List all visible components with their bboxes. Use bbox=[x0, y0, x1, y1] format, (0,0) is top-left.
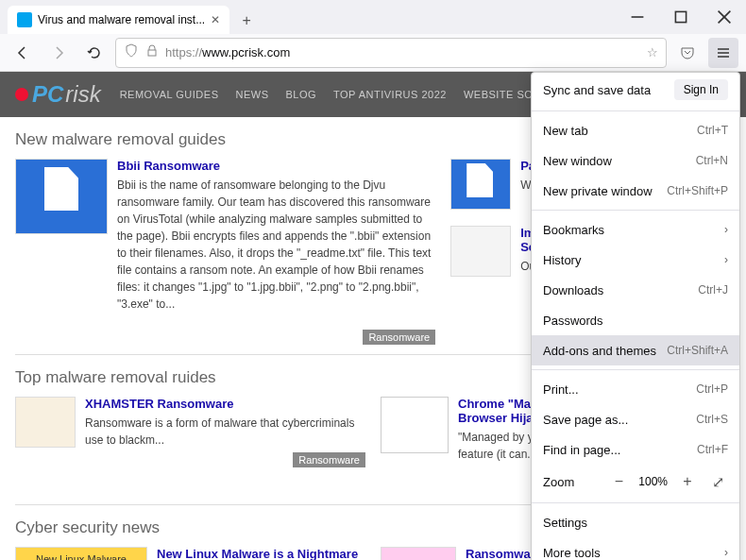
menu-shortcut: Ctrl+P bbox=[696, 382, 728, 396]
menu-label: More tools bbox=[543, 546, 601, 560]
pocket-button[interactable] bbox=[672, 38, 703, 68]
nav-removal-guides[interactable]: REMOVAL GUIDES bbox=[120, 89, 219, 100]
menu-separator bbox=[532, 210, 739, 211]
menu-shortcut: Ctrl+Shift+P bbox=[667, 184, 728, 197]
article-thumbnail bbox=[450, 159, 511, 210]
menu-addons[interactable]: Add-ons and themes Ctrl+Shift+A bbox=[532, 335, 739, 365]
article-thumbnail bbox=[381, 547, 456, 560]
article-tag[interactable]: Ransomware bbox=[293, 452, 365, 467]
menu-label: Add-ons and themes bbox=[543, 344, 656, 358]
menu-more-tools[interactable]: More tools › bbox=[532, 537, 739, 560]
svg-rect-4 bbox=[148, 50, 156, 56]
article-thumbnail bbox=[381, 397, 449, 453]
menu-bookmarks[interactable]: Bookmarks › bbox=[532, 214, 739, 245]
fullscreen-button[interactable]: ⤢ bbox=[707, 471, 728, 492]
menu-shortcut: Ctrl+F bbox=[697, 443, 728, 456]
article-thumbnail bbox=[450, 226, 511, 277]
article-title[interactable]: Bbii Ransomware bbox=[117, 159, 435, 173]
chevron-right-icon: › bbox=[724, 546, 728, 559]
menu-new-tab[interactable]: New tab Ctrl+T bbox=[532, 115, 739, 145]
menu-label: Sync and save data bbox=[543, 83, 651, 97]
article-card[interactable]: New Linux Malware New Linux Malware is a… bbox=[15, 547, 365, 560]
application-menu: Sync and save data Sign In New tab Ctrl+… bbox=[531, 72, 740, 560]
nav-news[interactable]: NEWS bbox=[235, 89, 268, 100]
close-tab-icon[interactable]: ✕ bbox=[211, 13, 220, 26]
article-thumbnail bbox=[15, 397, 76, 448]
menu-shortcut: Ctrl+T bbox=[697, 124, 728, 137]
menu-shortcut: Ctrl+Shift+A bbox=[667, 344, 728, 357]
menu-new-window[interactable]: New window Ctrl+N bbox=[532, 145, 739, 176]
menu-find[interactable]: Find in page... Ctrl+F bbox=[532, 434, 739, 465]
menu-label: Print... bbox=[543, 382, 579, 397]
zoom-in-button[interactable]: + bbox=[677, 471, 698, 492]
signin-button[interactable]: Sign In bbox=[674, 79, 728, 100]
menu-downloads[interactable]: Downloads Ctrl+J bbox=[532, 275, 739, 305]
menu-print[interactable]: Print... Ctrl+P bbox=[532, 374, 739, 404]
url-text: https://www.pcrisk.com bbox=[165, 45, 641, 59]
article-title[interactable]: New Linux Malware is a Nightmare to Dete… bbox=[157, 547, 365, 560]
menu-sync[interactable]: Sync and save data Sign In bbox=[532, 73, 739, 107]
tab-title: Virus and malware removal inst... bbox=[38, 13, 205, 26]
close-window-button[interactable] bbox=[703, 0, 746, 34]
hamburger-menu-button[interactable] bbox=[708, 38, 738, 68]
zoom-out-button[interactable]: − bbox=[608, 471, 629, 492]
article-thumbnail: New Linux Malware bbox=[15, 547, 147, 560]
titlebar: Virus and malware removal inst... ✕ + bbox=[0, 0, 746, 34]
menu-private-window[interactable]: New private window Ctrl+Shift+P bbox=[532, 176, 739, 206]
zoom-value: 100% bbox=[638, 475, 668, 488]
menu-label: Bookmarks bbox=[543, 223, 604, 237]
article-card[interactable]: XHAMSTER Ransomware Ransomware is a form… bbox=[15, 397, 365, 467]
logo-text-risk: risk bbox=[65, 81, 100, 108]
menu-separator bbox=[532, 110, 739, 111]
menu-label: History bbox=[543, 253, 581, 267]
shield-icon bbox=[124, 43, 139, 61]
menu-separator bbox=[532, 502, 739, 503]
menu-separator bbox=[532, 369, 739, 370]
article-tag[interactable]: Ransomware bbox=[363, 330, 435, 345]
menu-shortcut: Ctrl+N bbox=[696, 154, 728, 167]
menu-label: Save page as... bbox=[543, 413, 628, 427]
chevron-right-icon: › bbox=[724, 223, 728, 236]
menu-label: Find in page... bbox=[543, 443, 620, 457]
address-bar[interactable]: https://www.pcrisk.com ☆ bbox=[115, 38, 667, 68]
window-controls bbox=[616, 0, 746, 34]
favicon bbox=[17, 12, 32, 27]
menu-history[interactable]: History › bbox=[532, 245, 739, 275]
menu-label: Settings bbox=[543, 516, 587, 530]
nav-top-antivirus[interactable]: TOP ANTIVIRUS 2022 bbox=[333, 89, 447, 100]
browser-toolbar: https://www.pcrisk.com ☆ bbox=[0, 34, 746, 72]
svg-rect-1 bbox=[675, 11, 686, 22]
chevron-right-icon: › bbox=[724, 253, 728, 266]
menu-label: New private window bbox=[543, 184, 653, 198]
forward-button[interactable] bbox=[43, 38, 74, 68]
maximize-button[interactable] bbox=[659, 0, 703, 34]
article-card[interactable]: Bbii Ransomware Bbii is the name of rans… bbox=[15, 159, 435, 313]
menu-label: Zoom bbox=[543, 475, 574, 489]
lock-icon bbox=[144, 43, 160, 61]
article-thumbnail bbox=[15, 159, 108, 234]
menu-label: Downloads bbox=[543, 283, 603, 297]
logo-text-pc: PC bbox=[32, 81, 63, 108]
nav-blog[interactable]: BLOG bbox=[285, 89, 316, 100]
nav-links: REMOVAL GUIDES NEWS BLOG TOP ANTIVIRUS 2… bbox=[120, 89, 571, 100]
menu-label: New tab bbox=[543, 124, 588, 138]
article-excerpt: Bbii is the name of ransomware belonging… bbox=[117, 177, 435, 313]
reload-button[interactable] bbox=[79, 38, 110, 68]
browser-tab[interactable]: Virus and malware removal inst... ✕ bbox=[8, 6, 229, 34]
menu-zoom: Zoom − 100% + ⤢ bbox=[532, 465, 739, 499]
menu-shortcut: Ctrl+J bbox=[698, 283, 728, 297]
article-title[interactable]: XHAMSTER Ransomware bbox=[85, 397, 365, 411]
menu-settings[interactable]: Settings bbox=[532, 507, 739, 537]
back-button[interactable] bbox=[8, 38, 38, 68]
menu-save-page[interactable]: Save page as... Ctrl+S bbox=[532, 404, 739, 434]
minimize-button[interactable] bbox=[616, 0, 659, 34]
menu-passwords[interactable]: Passwords bbox=[532, 305, 739, 335]
star-icon[interactable]: ☆ bbox=[647, 45, 658, 59]
article-excerpt: Ransomware is a form of malware that cyb… bbox=[85, 415, 365, 449]
new-tab-button[interactable]: + bbox=[233, 8, 260, 34]
site-logo[interactable]: PCrisk bbox=[15, 78, 101, 110]
menu-shortcut: Ctrl+S bbox=[696, 413, 728, 426]
menu-label: New window bbox=[543, 154, 612, 168]
logo-icon bbox=[15, 88, 28, 101]
menu-label: Passwords bbox=[543, 314, 603, 328]
